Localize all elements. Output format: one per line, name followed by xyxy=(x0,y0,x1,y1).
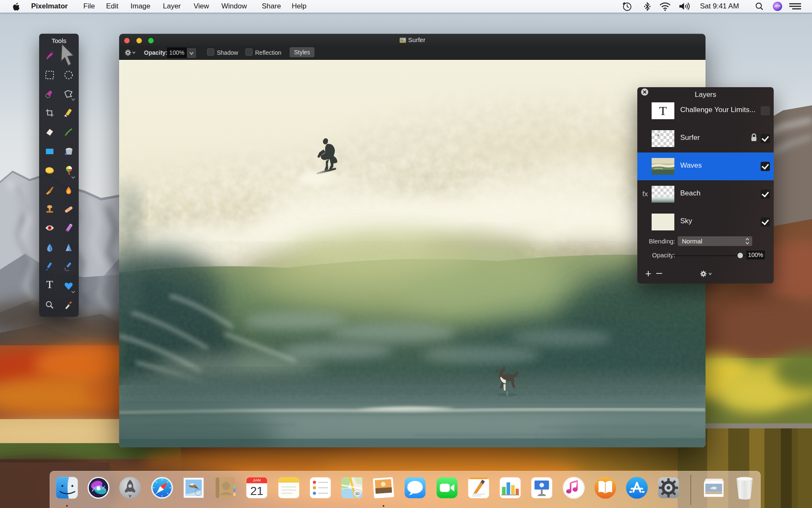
svg-text:3D: 3D xyxy=(355,492,359,496)
svg-text:JAN: JAN xyxy=(253,478,261,482)
svg-text:21: 21 xyxy=(250,484,263,497)
